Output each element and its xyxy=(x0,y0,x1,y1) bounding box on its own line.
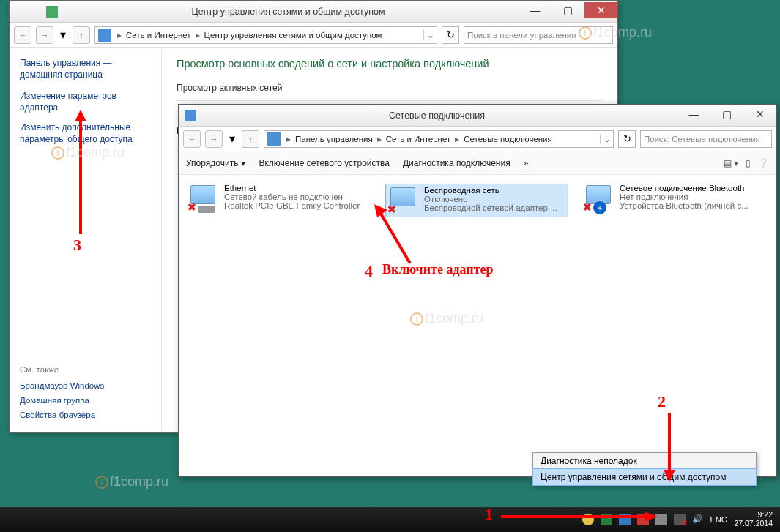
connection-item[interactable]: ✖EthernetСетевой кабель не подключенReal… xyxy=(187,184,371,217)
connection-device: Устройства Bluetooth (личной с... xyxy=(620,201,749,210)
troubleshoot-menu-item[interactable]: Диагностика неполадок xyxy=(533,453,756,469)
connection-status: Нет подключения xyxy=(620,192,749,201)
taskbar[interactable]: ✖ 🔊 ENG 9:22 27.07.2014 xyxy=(0,507,780,532)
connection-name: Сетевое подключение Bluetooth xyxy=(620,184,749,192)
breadcrumb-seg[interactable]: Сеть и Интернет xyxy=(385,135,453,143)
clock[interactable]: 9:22 27.07.2014 xyxy=(734,511,773,528)
tray-icon[interactable] xyxy=(601,514,612,525)
view-icons-button[interactable]: ▤ ▾ xyxy=(724,158,738,168)
help-button[interactable]: ❔ xyxy=(758,158,769,168)
network-tray-icon[interactable]: ✖ xyxy=(674,514,686,525)
maximize-button[interactable]: ▢ xyxy=(710,106,743,122)
nav-up-button[interactable]: ↑ xyxy=(73,26,90,44)
win1-address-bar: ← → ▾ ↑ ▸ Сеть и Интернет ▸ Центр управл… xyxy=(10,23,617,48)
nav-up-button[interactable]: ↑ xyxy=(242,130,259,148)
breadcrumb[interactable]: ▸ Сеть и Интернет ▸ Центр управления сет… xyxy=(94,26,437,44)
breadcrumb-seg[interactable]: Центр управления сетями и общим доступом xyxy=(203,31,384,40)
win2-title: Сетевые подключения xyxy=(196,110,677,121)
nav-history-button[interactable]: ▾ xyxy=(227,132,237,146)
refresh-button[interactable]: ↻ xyxy=(618,130,636,148)
breadcrumb-seg[interactable]: Сеть и Интернет xyxy=(125,31,193,40)
minimize-button[interactable]: — xyxy=(677,106,710,122)
nav-forward-button[interactable]: → xyxy=(205,130,223,148)
connection-device: Realtek PCIe GBE Family Controller xyxy=(224,201,360,210)
address-dropdown[interactable]: ⌄ xyxy=(600,134,613,144)
preview-pane-button[interactable]: ▯ xyxy=(746,158,751,168)
connection-name: Ethernet xyxy=(224,184,360,192)
chevron-right-icon: ▸ xyxy=(193,30,203,40)
enable-device-cmd[interactable]: Включение сетевого устройства xyxy=(259,158,390,168)
connections-list: ✖EthernetСетевой кабель не подключенReal… xyxy=(179,175,776,226)
chevron-right-icon: ▸ xyxy=(283,134,294,144)
connection-status: Сетевой кабель не подключен xyxy=(224,192,360,201)
search-input[interactable]: Поиск в панели управления xyxy=(464,26,613,44)
active-networks-label: Просмотр активных сетей xyxy=(177,83,603,93)
more-cmd[interactable]: » xyxy=(524,158,529,168)
organize-menu[interactable]: Упорядочить▾ xyxy=(186,158,245,168)
win2-titlebar[interactable]: Сетевые подключения — ▢ ✕ xyxy=(179,105,776,127)
win1-titlebar[interactable]: Центр управления сетями и общим доступом… xyxy=(10,1,617,23)
nav-history-button[interactable]: ▾ xyxy=(58,28,68,42)
command-bar: Упорядочить▾ Включение сетевого устройст… xyxy=(179,151,776,175)
connection-item[interactable]: ✖⌖Сетевое подключение BluetoothНет подкл… xyxy=(583,184,766,217)
search-input[interactable]: Поиск: Сетевые подключения xyxy=(640,130,772,148)
see-also-section: См. также Брандмауэр Windows Домашняя гр… xyxy=(20,365,151,419)
bt-adapter-icon: ✖⌖ xyxy=(583,184,615,213)
maximize-button[interactable]: ▢ xyxy=(551,2,584,18)
tray-context-menu: Диагностика неполадок Центр управления с… xyxy=(532,452,757,486)
nav-back-button[interactable]: ← xyxy=(14,26,31,44)
nav-back-button[interactable]: ← xyxy=(183,130,201,148)
nav-forward-button[interactable]: → xyxy=(36,26,53,44)
watermark: if1comp.ru xyxy=(95,474,168,490)
refresh-button[interactable]: ↻ xyxy=(442,26,459,44)
firewall-link[interactable]: Брандмауэр Windows xyxy=(20,381,151,390)
close-button[interactable]: ✕ xyxy=(584,2,617,18)
chevron-right-icon: ▸ xyxy=(114,30,125,40)
breadcrumb-seg[interactable]: Панель управления xyxy=(294,135,374,143)
connection-device: Беспроводной сетевой адаптер ... xyxy=(424,203,557,212)
volume-icon[interactable]: 🔊 xyxy=(692,514,704,525)
window-icon xyxy=(46,6,58,18)
chevron-down-icon: ▾ xyxy=(241,158,245,168)
advanced-sharing-settings-link[interactable]: Изменить дополнительные параметры общего… xyxy=(20,122,151,145)
change-adapter-settings-link[interactable]: Изменение параметров адаптера xyxy=(20,91,151,113)
internet-options-link[interactable]: Свойства браузера xyxy=(20,411,151,419)
win2-address-bar: ← → ▾ ↑ ▸ Панель управления ▸ Сеть и Инт… xyxy=(179,127,776,151)
chevron-right-icon: ▸ xyxy=(374,134,385,144)
connection-status: Отключено xyxy=(424,195,557,203)
network-connections-window: Сетевые подключения — ▢ ✕ ← → ▾ ↑ ▸ Пане… xyxy=(178,104,777,477)
address-dropdown[interactable]: ⌄ xyxy=(423,30,437,40)
window-icon xyxy=(185,110,196,121)
divider xyxy=(177,100,603,101)
homegroup-link[interactable]: Домашняя группа xyxy=(20,396,151,405)
connection-name: Беспроводная сеть xyxy=(424,186,557,195)
see-also-heading: См. также xyxy=(20,365,151,374)
tray-icon[interactable] xyxy=(619,514,631,525)
breadcrumb-seg[interactable]: Сетевые подключения xyxy=(462,135,554,143)
breadcrumb[interactable]: ▸ Панель управления ▸ Сеть и Интернет ▸ … xyxy=(264,130,614,148)
network-icon xyxy=(267,132,281,146)
system-tray: ✖ 🔊 ENG 9:22 27.07.2014 xyxy=(582,511,780,528)
action-center-icon[interactable] xyxy=(655,514,667,525)
connection-item[interactable]: ✖Беспроводная сетьОтключеноБеспроводной … xyxy=(385,184,568,217)
eth-adapter-icon: ✖ xyxy=(187,184,220,213)
open-network-center-menu-item[interactable]: Центр управления сетями и общим доступом xyxy=(532,468,757,486)
close-button[interactable]: ✕ xyxy=(743,106,776,122)
diagnose-cmd[interactable]: Диагностика подключения xyxy=(403,158,510,168)
page-heading: Просмотр основных сведений о сети и наст… xyxy=(177,58,603,70)
minimize-button[interactable]: — xyxy=(519,2,551,18)
win1-sidebar: Панель управления — домашняя страница Из… xyxy=(10,48,162,432)
tray-icon[interactable] xyxy=(637,514,649,525)
tray-icon[interactable] xyxy=(582,514,594,525)
language-indicator[interactable]: ENG xyxy=(710,515,728,524)
search-placeholder: Поиск: Сетевые подключения xyxy=(644,135,760,143)
wifi-adapter-icon: ✖ xyxy=(387,186,420,215)
control-panel-home-link[interactable]: Панель управления — домашняя страница xyxy=(20,58,151,80)
control-panel-icon xyxy=(98,29,111,42)
search-placeholder: Поиск в панели управления xyxy=(467,31,576,40)
chevron-right-icon: ▸ xyxy=(452,134,462,144)
win1-title: Центр управления сетями и общим доступом xyxy=(58,7,519,17)
